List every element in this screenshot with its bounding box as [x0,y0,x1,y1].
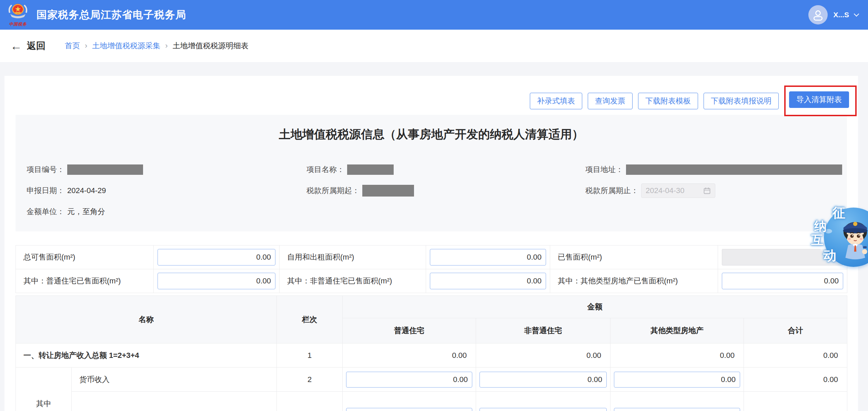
project-no-redacted [67,164,143,175]
header-other-type: 其他类型房地产 [610,318,744,343]
inkind-income-non-ordinary-input[interactable] [480,408,607,411]
monetary-income-other-input[interactable] [614,372,740,388]
row-value-other: 0.00 [610,343,744,368]
project-addr-label: 项目地址： [585,164,623,175]
ordinary-sold-area-label: 其中：普通住宅已售面积(m²) [16,269,154,293]
area-table: 总可售面积(m²) 自用和出租面积(m²) 已售面积(m²) 其中：普通住宅已售… [16,245,847,293]
inkind-income-ordinary-input[interactable] [346,408,472,411]
inkind-income-other-input[interactable] [614,408,740,411]
header-name: 名称 [16,296,277,343]
table-row: 一、转让房地产收入总额 1=2+3+4 1 0.00 0.00 0.00 0.0… [16,343,847,368]
user-avatar[interactable] [808,5,828,24]
tax-bureau-logo: 中国税务 [7,2,29,27]
other-type-sold-area-label: 其中：其他类型房地产已售面积(m²) [550,269,718,293]
row-value-total: 0.00 [744,368,847,392]
period-start-redacted [362,185,414,197]
non-ordinary-sold-area-input[interactable] [430,273,546,289]
breadcrumb-separator: › [85,41,87,50]
sold-area-label: 已售面积(m²) [550,245,718,269]
mascot-char-zheng: 征 [832,204,845,222]
row-name-inkind-income: 实物收入及其他收入 [72,392,277,411]
row-colno: 3 [277,392,343,411]
row-colno: 1 [277,343,343,368]
back-button[interactable]: 返回 [27,40,46,52]
total-sellable-area-label: 总可售面积(m²) [16,245,154,269]
total-sellable-area-input[interactable] [158,249,275,265]
supplementary-fill-button[interactable]: 补录式填表 [530,93,582,109]
row-name-total-income: 一、转让房地产收入总额 1=2+3+4 [16,343,277,368]
area-row: 总可售面积(m²) 自用和出租面积(m²) 已售面积(m²) [16,245,847,269]
monetary-income-ordinary-input[interactable] [346,372,472,388]
app-title: 国家税务总局江苏省电子税务局 [37,8,186,22]
header-ordinary: 普通住宅 [343,318,476,343]
query-invoice-button[interactable]: 查询发票 [588,93,633,109]
row-value-total: 0.00 [744,343,847,368]
row-value-ordinary: 0.00 [343,343,476,368]
header-non-ordinary: 非普通住宅 [476,318,610,343]
area-row: 其中：普通住宅已售面积(m²) 其中：非普通住宅已售面积(m²) 其中：其他类型… [16,269,847,293]
row-name-monetary-income: 货币收入 [72,368,277,392]
period-end-label: 税款所属期止： [585,186,638,196]
breadcrumb-separator: › [165,41,168,50]
breadcrumb: 首页 › 土地增值税税源采集 › 土地增值税税源明细表 [65,41,249,51]
ordinary-sold-area-input[interactable] [158,273,275,289]
national-emblem-icon [7,2,29,22]
toolbar: 补录式填表 查询发票 下载附表模板 下载附表填报说明 导入清算附表 [16,86,857,116]
header-total: 合计 [744,318,847,343]
project-addr-redacted [626,164,842,175]
project-no-label: 项目编号： [27,164,64,175]
table-row: 其中 货币收入 2 0.00 [16,368,847,392]
download-guide-button[interactable]: 下载附表填报说明 [704,93,779,109]
row-group-label: 其中 [16,368,72,411]
main-card: 补录式填表 查询发票 下载附表模板 下载附表填报说明 导入清算附表 土地增值税税… [4,76,858,411]
declare-date-label: 申报日期： [27,186,64,196]
header-colno: 栏次 [277,296,343,343]
breadcrumb-collect[interactable]: 土地增值税税源采集 [92,41,160,51]
non-ordinary-sold-area-label: 其中：非普通住宅已售面积(m²) [280,269,426,293]
download-template-button[interactable]: 下载附表模板 [638,93,698,109]
person-icon [812,9,824,21]
period-end-date-value: 2024-04-30 [646,186,703,195]
project-name-redacted [347,164,394,175]
back-arrow-icon[interactable]: ← [10,40,22,52]
form-title: 土地增值税税源信息（从事房地产开发的纳税人清算适用） [27,127,836,142]
table-row: 实物收入及其他收入 3 0.00 [16,392,847,411]
period-start-label: 税款所属期起： [306,186,360,196]
breadcrumb-bar: ← 返回 首页 › 土地增值税税源采集 › 土地增值税税源明细表 [0,30,868,62]
mascot-char-hu: 互 [811,232,824,249]
row-value-non-ordinary: 0.00 [476,343,610,368]
app-header: 中国税务 国家税务总局江苏省电子税务局 X...S [0,0,868,30]
unit-value: 元，至角分 [67,207,105,217]
calendar-icon [703,187,711,194]
amounts-table: 名称 栏次 金额 普通住宅 非普通住宅 其他类型房地产 合计 一、转让房地产收入… [16,295,847,411]
self-use-rent-area-input[interactable] [430,249,546,265]
mascot-widget[interactable]: 征 纳 互 动 [807,204,868,270]
period-end-date-input[interactable]: 2024-04-30 [641,183,715,198]
breadcrumb-current: 土地增值税税源明细表 [173,41,249,51]
project-name-label: 项目名称： [306,164,344,175]
unit-label: 金额单位： [27,207,64,217]
logo-caption: 中国税务 [7,21,29,27]
self-use-rent-area-label: 自用和出租面积(m²) [280,245,426,269]
import-schedule-button[interactable]: 导入清算附表 [789,91,849,108]
header-amount: 金额 [343,296,847,318]
chevron-down-icon[interactable] [854,11,859,17]
tax-source-info-panel: 土地增值税税源信息（从事房地产开发的纳税人清算适用） 项目编号： 项目名称： 项… [16,115,847,231]
row-colno: 2 [277,368,343,392]
declare-date-value: 2024-04-29 [67,186,106,195]
monetary-income-non-ordinary-input[interactable] [480,372,607,388]
other-type-sold-area-input[interactable] [722,273,843,289]
mascot-char-dong: 动 [823,247,836,264]
row-value-total: 0.00 [744,392,847,411]
breadcrumb-home[interactable]: 首页 [65,41,80,51]
annotation-highlight-box: 导入清算附表 [784,86,857,116]
user-name[interactable]: X...S [833,11,849,19]
